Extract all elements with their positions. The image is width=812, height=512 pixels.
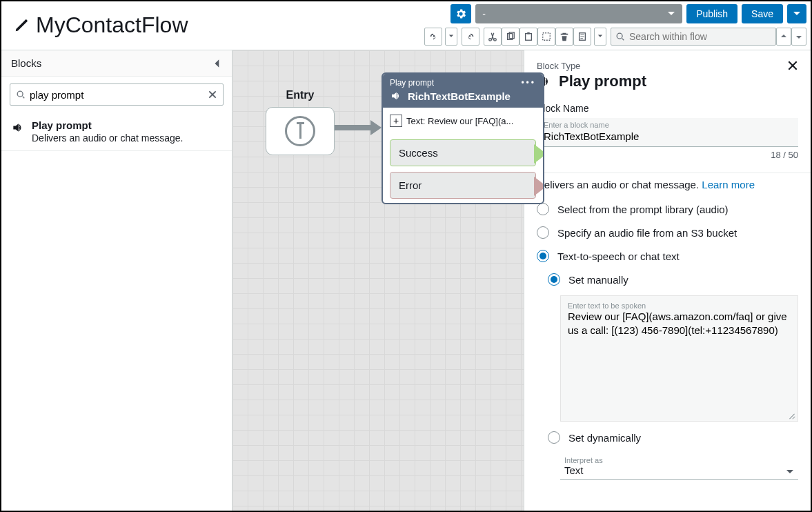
sidebar-search-wrap[interactable] [10,83,224,106]
interpret-value: Text [564,464,603,476]
radio-prompt-library[interactable]: Select from the prompt library (audio) [524,197,811,221]
publish-button[interactable]: Publish [686,4,737,23]
entry-label: Entry [266,89,335,101]
svg-rect-5 [527,32,530,35]
radio-icon [548,431,560,444]
block-name-placeholder: Enter a block name [544,121,791,129]
block-name-label: Block Name [537,103,798,114]
search-icon [615,32,625,41]
svg-rect-6 [543,33,551,41]
topbar: MyContactFlow - Publish Save [1,1,811,50]
block-name: RichTextBotExample [408,90,511,102]
entry-block[interactable]: Entry [266,89,335,155]
speaker-icon [11,121,25,135]
settings-button[interactable] [450,4,471,23]
block-name-input[interactable] [544,129,791,144]
entry-shape [266,107,335,155]
block-type-caption: Block Type [537,61,580,71]
notes-dropdown[interactable] [594,28,606,46]
chevron-down-icon [786,468,794,476]
svg-point-11 [617,33,622,39]
radio-icon [548,273,560,286]
radio-icon [537,226,549,239]
tts-textarea[interactable] [568,310,791,413]
tts-textarea-wrap: Enter text to be spoken [560,295,798,422]
search-next-button[interactable] [791,28,806,46]
svg-line-12 [622,39,624,41]
radio-s3-audio[interactable]: Specify an audio file from an S3 bucket [524,221,811,244]
search-flow-wrap[interactable] [611,28,776,46]
connector-line [335,125,372,130]
learn-more-link[interactable]: Learn more [702,179,755,190]
save-dropdown-button[interactable] [787,4,806,23]
search-flow-input[interactable] [629,31,771,42]
panel-description: Delivers an audio or chat message. [537,179,702,190]
interpret-label: Interpret as [564,456,603,464]
svg-line-14 [23,97,25,99]
outcome-arrow-icon [534,144,544,164]
paste-button[interactable] [519,28,537,46]
cut-button[interactable] [484,28,502,46]
close-panel-icon[interactable] [787,60,798,71]
flow-title: MyContactFlow [36,12,188,38]
interpret-as-select[interactable]: Interpret as Text [560,453,798,480]
char-count: 18 / 50 [537,150,798,160]
speaker-icon [390,90,402,102]
block-item-title: Play prompt [32,119,183,131]
radio-set-manually[interactable]: Set manually [548,268,811,291]
outcome-error[interactable]: Error [390,172,536,199]
svg-point-1 [494,39,497,41]
outcome-success[interactable]: Success [390,139,536,166]
delete-button[interactable] [555,28,573,46]
blocks-sidebar: Blocks Play prompt [1,50,232,511]
flow-canvas[interactable]: Entry Play prompt ••• R [232,50,524,511]
radio-icon [537,250,549,262]
connector-arrow-icon [370,120,382,135]
save-button[interactable]: Save [742,4,783,23]
sidebar-search-input[interactable] [30,89,204,101]
edit-icon[interactable] [14,18,29,33]
undo-button[interactable] [424,28,442,46]
block-item-desc: Delivers an audio or chat message. [32,132,183,144]
block-type-label: Play prompt [390,78,434,88]
block-menu-icon[interactable]: ••• [521,78,536,88]
select-all-button[interactable] [537,28,555,46]
redo-button[interactable] [462,28,479,46]
sidebar-title: Blocks [11,57,41,69]
undo-dropdown[interactable] [445,28,457,46]
properties-panel: Block Type Play prompt Block Name Enter … [524,50,811,511]
notes-button[interactable] [573,28,591,46]
sidebar-collapse-icon[interactable] [212,59,222,68]
panel-title: Play prompt [559,72,646,90]
search-icon [16,90,26,99]
radio-set-dynamically[interactable]: Set dynamically [548,426,811,449]
expand-icon[interactable]: + [390,115,402,127]
radio-tts[interactable]: Text-to-speech or chat text [524,244,811,268]
clear-search-icon[interactable] [208,90,217,99]
search-prev-button[interactable] [776,28,791,46]
play-prompt-block[interactable]: Play prompt ••• RichTextBotExample + Tex… [382,72,544,204]
chevron-down-icon [667,10,675,18]
outcome-arrow-icon [534,177,544,196]
tts-placeholder: Enter text to be spoken [568,302,791,310]
copy-button[interactable] [502,28,519,46]
flow-select-label: - [482,8,486,19]
resize-handle-icon[interactable] [789,412,795,419]
radio-icon [537,203,549,215]
svg-point-0 [489,39,492,41]
block-item-play-prompt[interactable]: Play prompt Delivers an audio or chat me… [1,112,232,151]
block-text-preview: Text: Review our [FAQ](a... [406,116,513,126]
svg-rect-4 [526,34,532,41]
svg-point-13 [17,91,23,97]
flow-select-dropdown[interactable]: - [475,4,682,23]
